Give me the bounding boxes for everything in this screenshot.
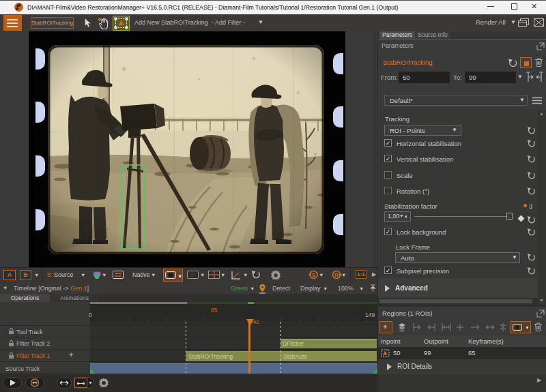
svg-text:S: S xyxy=(312,272,316,278)
svg-text:R: R xyxy=(334,272,339,278)
